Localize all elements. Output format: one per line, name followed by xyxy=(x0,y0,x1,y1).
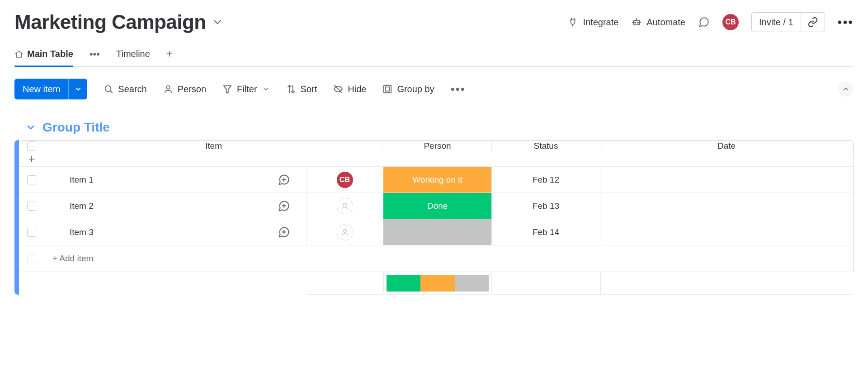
user-avatar[interactable]: CB xyxy=(722,14,739,30)
trailing-cell xyxy=(600,193,853,219)
person-icon xyxy=(163,84,173,94)
status-summary-segment xyxy=(387,275,420,292)
add-conversation-icon xyxy=(278,226,290,239)
group-accent xyxy=(14,140,19,295)
plug-icon xyxy=(567,17,578,28)
board-more-icon[interactable]: ••• xyxy=(838,15,854,29)
table-row: Item 1CBWorking on itFeb 12 xyxy=(19,167,853,193)
svg-point-1 xyxy=(635,22,636,23)
assignee-avatar: CB xyxy=(337,172,353,188)
add-view-button[interactable]: + xyxy=(166,47,173,66)
search-icon xyxy=(104,84,113,94)
filter-label: Filter xyxy=(237,84,257,94)
add-item-checkbox-cell xyxy=(19,245,44,272)
date-cell[interactable]: Feb 14 xyxy=(492,219,600,245)
select-all-cell[interactable] xyxy=(19,141,44,151)
invite-button[interactable]: Invite / 1 xyxy=(751,12,825,32)
col-person[interactable]: Person xyxy=(383,141,492,151)
conversation-icon[interactable] xyxy=(698,16,710,28)
col-status[interactable]: Status xyxy=(492,141,600,151)
col-item[interactable]: Item xyxy=(44,141,383,151)
automate-label: Automate xyxy=(646,17,685,28)
row-select-cell[interactable] xyxy=(19,219,44,245)
home-icon xyxy=(14,50,24,59)
new-item-label: New item xyxy=(14,84,68,94)
add-item-checkbox xyxy=(27,254,36,263)
item-name-cell[interactable]: Item 3 xyxy=(44,219,261,245)
funnel-icon xyxy=(222,84,232,94)
row-select-cell[interactable] xyxy=(19,167,44,193)
group-icon xyxy=(382,84,392,94)
empty-assignee-icon xyxy=(337,198,353,214)
open-conversation-button[interactable] xyxy=(261,167,307,193)
add-column-button[interactable]: + xyxy=(19,151,44,166)
status-summary-segment xyxy=(455,275,489,292)
board-title[interactable]: Marketing Campaign xyxy=(14,11,206,33)
tab-timeline[interactable]: Timeline xyxy=(116,46,150,67)
open-conversation-button[interactable] xyxy=(261,219,307,245)
sort-icon xyxy=(286,84,296,94)
item-name-cell[interactable]: Item 1 xyxy=(44,167,261,193)
collapse-toolbar-button[interactable] xyxy=(838,81,854,97)
row-select-cell[interactable] xyxy=(19,193,44,219)
hide-button[interactable]: Hide xyxy=(333,84,366,94)
tab-main-table-more-icon[interactable]: ••• xyxy=(90,48,100,66)
date-cell[interactable]: Feb 12 xyxy=(492,167,600,193)
invite-label: Invite / 1 xyxy=(752,13,801,32)
robot-icon xyxy=(631,17,642,28)
status-cell[interactable]: Working on it xyxy=(383,167,492,193)
svg-rect-8 xyxy=(384,85,392,93)
sort-label: Sort xyxy=(301,84,317,94)
new-item-dropdown[interactable] xyxy=(68,79,87,99)
row-checkbox[interactable] xyxy=(27,202,36,211)
group-title[interactable]: Group Title xyxy=(42,120,110,135)
date-cell[interactable]: Feb 13 xyxy=(492,193,600,219)
sort-button[interactable]: Sort xyxy=(286,84,317,94)
status-pill: Working on it xyxy=(383,167,491,193)
status-summary-segment xyxy=(420,275,454,292)
table-row: Item 2DoneFeb 13 xyxy=(19,193,853,219)
svg-marker-6 xyxy=(224,86,231,94)
tab-main-table[interactable]: Main Table xyxy=(14,46,73,67)
search-button[interactable]: Search xyxy=(104,84,146,94)
search-label: Search xyxy=(118,84,146,94)
person-cell[interactable] xyxy=(307,193,383,219)
board-title-chevron-icon[interactable] xyxy=(212,16,223,28)
plus-icon: + xyxy=(28,152,35,166)
col-date[interactable]: Date xyxy=(600,141,853,151)
table-header-row: Item Person Status Date + xyxy=(19,141,853,167)
group-by-label: Group by xyxy=(397,84,434,94)
add-item-row[interactable]: + Add item xyxy=(19,245,853,272)
status-summary[interactable] xyxy=(383,272,492,295)
integrate-button[interactable]: Integrate xyxy=(567,17,618,28)
person-filter-button[interactable]: Person xyxy=(163,84,206,94)
open-conversation-button[interactable] xyxy=(261,193,307,219)
status-cell[interactable] xyxy=(383,219,492,245)
row-checkbox[interactable] xyxy=(27,175,36,184)
person-cell[interactable] xyxy=(307,219,383,245)
chevron-down-icon xyxy=(262,85,270,93)
new-item-button[interactable]: New item xyxy=(14,79,87,99)
automate-button[interactable]: Automate xyxy=(631,17,685,28)
filter-button[interactable]: Filter xyxy=(222,84,269,94)
link-icon[interactable] xyxy=(801,17,825,28)
person-cell[interactable]: CB xyxy=(307,167,383,193)
empty-assignee-icon xyxy=(337,224,353,240)
group-by-button[interactable]: Group by xyxy=(382,84,434,94)
tab-main-table-label: Main Table xyxy=(27,49,73,59)
select-all-checkbox[interactable] xyxy=(27,141,36,151)
status-cell[interactable]: Done xyxy=(383,193,492,219)
tab-timeline-label: Timeline xyxy=(116,49,150,59)
add-item-label[interactable]: + Add item xyxy=(44,245,853,272)
toolbar-more-icon[interactable]: ••• xyxy=(451,82,466,96)
item-name-cell[interactable]: Item 2 xyxy=(44,193,261,219)
person-filter-label: Person xyxy=(178,84,206,94)
add-conversation-icon xyxy=(278,200,290,212)
eye-off-icon xyxy=(333,84,343,94)
trailing-cell xyxy=(600,219,853,245)
svg-point-5 xyxy=(166,86,170,89)
hide-label: Hide xyxy=(348,84,366,94)
svg-line-4 xyxy=(110,91,112,93)
row-checkbox[interactable] xyxy=(27,228,36,237)
group-collapse-toggle[interactable] xyxy=(25,122,36,133)
